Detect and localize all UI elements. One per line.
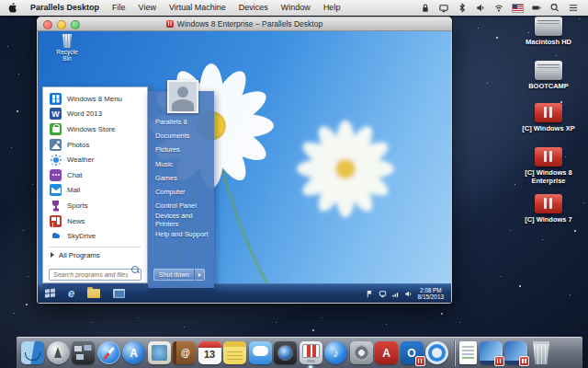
all-programs-button[interactable]: All Programs: [43, 249, 147, 261]
system-tray: [366, 290, 413, 298]
start-menu-item-chat[interactable]: Chat: [43, 167, 147, 183]
shutdown-controls: Shut down: [153, 269, 209, 281]
dock-messages-icon[interactable]: [249, 341, 272, 364]
contacts-at-glyph: @: [173, 341, 196, 364]
start-menu-item-windows-store[interactable]: Windows Store: [43, 121, 147, 137]
start-menu-item-mail[interactable]: Mail: [43, 183, 147, 199]
start-menu-item-documents[interactable]: Documents: [148, 129, 214, 143]
dock: A @ 13 ♪ A O: [17, 337, 582, 368]
start-menu-item-devices-and-printers[interactable]: Devices and Printers: [148, 213, 214, 226]
start-menu-item-games[interactable]: Games: [148, 171, 214, 185]
dock-outlook-icon[interactable]: O: [401, 341, 424, 364]
dock-contacts-icon[interactable]: @: [173, 341, 196, 364]
start-menu-item-windows-8-menu[interactable]: Windows 8 Menu: [43, 91, 147, 107]
start-menu-search: [49, 264, 141, 281]
desktop-icon-bootcamp[interactable]: BOOTCAMP: [519, 61, 578, 91]
desktop-icon-windows-8-enterprise[interactable]: [C] Windows 8 Enterprise: [519, 147, 578, 185]
action-center-flag-icon[interactable]: [366, 290, 374, 298]
file-explorer-icon[interactable]: [87, 289, 100, 298]
zoom-button[interactable]: [71, 20, 80, 29]
dock-windows-7-vm-window-icon[interactable]: [504, 341, 527, 364]
desktop-icon-windows-7[interactable]: [C] Windows 7: [519, 194, 578, 224]
menu-virtual-machine[interactable]: Virtual Machine: [163, 0, 232, 16]
start-menu-item-skydrive[interactable]: SkyDrive: [43, 228, 147, 244]
internet-explorer-icon[interactable]: e: [68, 285, 74, 302]
start-menu-item-music[interactable]: Music: [148, 157, 214, 171]
apple-menu[interactable]: [0, 3, 24, 13]
start-menu-item-weather[interactable]: Weather: [43, 152, 147, 167]
minimize-button[interactable]: [57, 20, 66, 29]
start-menu-item-help-and-support[interactable]: Help and Support: [148, 227, 214, 241]
desktop-icon-windows-xp[interactable]: [C] Windows XP: [519, 103, 578, 133]
menu-item-label: Mail: [67, 186, 80, 194]
notification-center-icon[interactable]: [568, 3, 579, 13]
shared-apps-icon[interactable]: [113, 289, 125, 298]
shut-down-button[interactable]: Shut down: [153, 269, 194, 281]
dock-document-icon[interactable]: [459, 341, 477, 364]
dock-photo-booth-icon[interactable]: [274, 341, 297, 364]
user-avatar[interactable]: [167, 80, 198, 113]
start-menu-item-sports[interactable]: Sports: [43, 198, 147, 213]
parallels-vm-icon: [166, 20, 174, 28]
bluetooth-icon[interactable]: [457, 3, 468, 13]
dock-quicktime-icon[interactable]: [425, 341, 448, 364]
menu-help[interactable]: Help: [317, 0, 347, 16]
menu-file[interactable]: File: [106, 0, 132, 16]
dock-notes-icon[interactable]: [223, 341, 246, 364]
dock-mission-control-icon[interactable]: [72, 341, 95, 364]
start-menu-item-pictures[interactable]: Pictures: [148, 143, 214, 156]
taskbar-clock[interactable]: 2:08 PM 8/15/2013: [418, 287, 444, 301]
start-menu-item-computer[interactable]: Computer: [148, 185, 214, 199]
start-menu-item-parallels-8[interactable]: Parallels 8: [148, 115, 214, 129]
menu-window[interactable]: Window: [275, 0, 317, 16]
parallels-badge-icon: [494, 356, 504, 366]
clock-time: 2:08 PM: [418, 287, 444, 294]
start-menu-item-word-2013[interactable]: Word 2013: [43, 107, 147, 122]
running-indicator: [309, 365, 313, 368]
wifi-icon[interactable]: [493, 3, 504, 13]
dock-app-store-icon[interactable]: A: [122, 341, 145, 364]
menu-item-label: Weather: [67, 155, 94, 164]
dock-calendar-icon[interactable]: 13: [198, 341, 221, 364]
dock-parallels-desktop-icon[interactable]: [300, 341, 322, 364]
parallels-window: Windows 8 Enterprise – Parallels Desktop: [37, 17, 452, 304]
input-language-us-flag-icon[interactable]: [512, 4, 524, 13]
menu-parallels-desktop[interactable]: Parallels Desktop: [24, 0, 106, 16]
app-store-a-glyph: A: [122, 341, 145, 364]
close-button[interactable]: [43, 20, 52, 29]
desktop-icon-macintosh-hd[interactable]: Macintosh HD: [519, 17, 578, 47]
display-icon[interactable]: [379, 290, 387, 298]
network-icon[interactable]: [391, 290, 400, 298]
start-menu-item-news[interactable]: News: [43, 213, 147, 229]
dock-itunes-icon[interactable]: ♪: [324, 341, 347, 364]
lock-icon[interactable]: [420, 3, 431, 13]
window-title-bar[interactable]: Windows 8 Enterprise – Parallels Desktop: [37, 17, 452, 31]
menu-view[interactable]: View: [132, 0, 163, 16]
dock-launchpad-icon[interactable]: [47, 341, 70, 364]
speaker-icon[interactable]: [404, 290, 413, 298]
desktop-icon-label: [C] Windows 7: [519, 216, 578, 224]
start-menu-right-panel: Parallels 8 Documents Pictures Music Gam…: [148, 91, 214, 288]
start-menu-item-photos[interactable]: Photos: [43, 137, 147, 153]
shut-down-options-arrow[interactable]: [194, 269, 205, 281]
dock-mail-icon[interactable]: [148, 341, 171, 364]
dock-trash-icon[interactable]: [530, 341, 553, 364]
dock-finder-icon[interactable]: [21, 341, 44, 364]
volume-icon[interactable]: [475, 3, 486, 13]
window-controls: [43, 20, 80, 29]
dock-windows-8-vm-window-icon[interactable]: [480, 341, 503, 364]
menu-devices[interactable]: Devices: [232, 0, 275, 16]
dock-safari-icon[interactable]: [97, 341, 120, 364]
start-menu-left-panel: Windows 8 Menu Word 2013 Windows Store P…: [42, 86, 148, 283]
battery-icon[interactable]: [531, 3, 542, 13]
displays-icon[interactable]: [438, 3, 449, 13]
recycle-bin[interactable]: Recycle Bin: [51, 34, 83, 62]
vm-desktop[interactable]: Recycle Bin Windows 8 Menu Word 2013 Win…: [38, 31, 451, 303]
calendar-day-number: 13: [198, 350, 221, 360]
start-menu-search-input[interactable]: [49, 269, 141, 281]
dock-system-preferences-icon[interactable]: [350, 341, 373, 364]
spotlight-icon[interactable]: [549, 3, 560, 13]
windows-taskbar: e 2:08 PM 8/15/2013: [38, 283, 451, 303]
dock-adobe-reader-icon[interactable]: A: [375, 341, 398, 364]
start-button[interactable]: [45, 288, 56, 298]
